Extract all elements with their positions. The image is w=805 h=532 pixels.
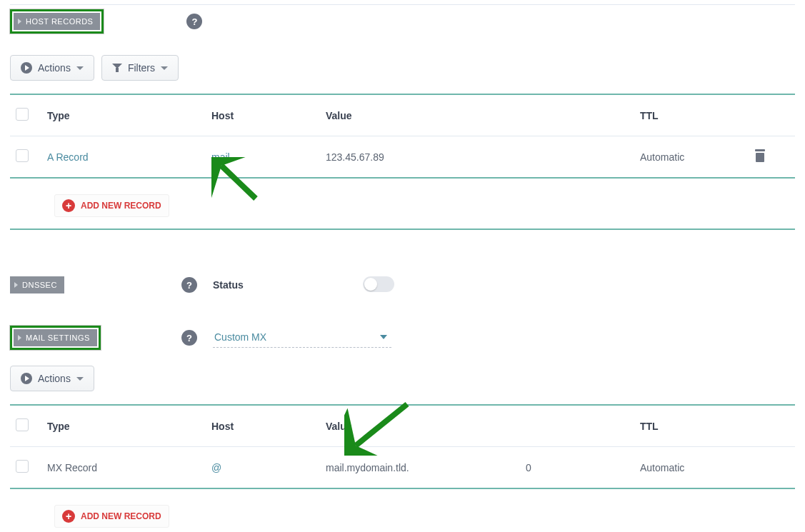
add-new-record-button[interactable]: + ADD NEW RECORD xyxy=(54,194,169,217)
filters-button[interactable]: Filters xyxy=(101,55,179,81)
col-value: Value xyxy=(326,110,640,121)
col-host: Host xyxy=(211,110,326,121)
dnssec-toggle[interactable] xyxy=(363,276,394,292)
mail-settings-title: MAIL SETTINGS xyxy=(26,333,90,342)
record-ttl[interactable]: Automatic xyxy=(640,151,754,163)
record-priority[interactable]: 0 xyxy=(526,462,640,473)
add-new-record-button[interactable]: + ADD NEW RECORD xyxy=(54,505,169,528)
col-value: Value xyxy=(326,421,526,432)
chevron-down-icon xyxy=(380,335,387,339)
dnssec-tag[interactable]: DNSSEC xyxy=(10,276,64,293)
host-records-title: HOST RECORDS xyxy=(26,17,93,26)
record-type[interactable]: A Record xyxy=(47,151,211,163)
filter-icon xyxy=(112,63,122,73)
status-label: Status xyxy=(213,279,363,291)
record-ttl[interactable]: Automatic xyxy=(640,462,754,473)
filters-label: Filters xyxy=(128,62,155,74)
trash-icon[interactable] xyxy=(754,149,766,162)
col-host: Host xyxy=(211,421,326,432)
col-ttl: TTL xyxy=(640,110,754,121)
record-value[interactable]: mail.mydomain.tld. xyxy=(326,462,526,473)
col-type: Type xyxy=(47,110,211,121)
row-checkbox[interactable] xyxy=(16,149,29,162)
play-icon xyxy=(21,62,32,74)
actions-button[interactable]: Actions xyxy=(10,55,94,81)
record-value[interactable]: 123.45.67.89 xyxy=(326,151,640,163)
add-new-record-label: ADD NEW RECORD xyxy=(81,511,161,521)
host-records-highlight: HOST RECORDS xyxy=(10,9,104,34)
chevron-down-icon xyxy=(76,66,84,70)
mail-settings-tag[interactable]: MAIL SETTINGS xyxy=(14,329,97,346)
help-icon[interactable]: ? xyxy=(181,330,197,346)
record-type[interactable]: MX Record xyxy=(47,462,211,473)
host-records-table-header: Type Host Value TTL xyxy=(10,94,795,136)
add-new-record-label: ADD NEW RECORD xyxy=(81,201,161,211)
record-host[interactable]: mail xyxy=(211,151,326,163)
plus-icon: + xyxy=(62,199,75,212)
col-ttl: TTL xyxy=(640,421,754,432)
chevron-down-icon xyxy=(161,66,168,70)
select-all-checkbox[interactable] xyxy=(16,418,29,431)
plus-icon: + xyxy=(62,510,75,523)
help-icon[interactable]: ? xyxy=(181,277,197,293)
caret-right-icon xyxy=(18,335,21,341)
select-all-checkbox[interactable] xyxy=(16,108,29,121)
actions-label: Actions xyxy=(38,373,71,384)
chevron-down-icon xyxy=(76,377,84,381)
table-row: A Record mail 123.45.67.89 Automatic xyxy=(10,136,795,179)
help-icon[interactable]: ? xyxy=(186,14,202,29)
caret-right-icon xyxy=(18,19,21,24)
caret-right-icon xyxy=(14,282,18,288)
record-host[interactable]: @ xyxy=(211,462,326,473)
host-records-tag[interactable]: HOST RECORDS xyxy=(14,13,100,30)
actions-label: Actions xyxy=(38,62,71,74)
play-icon xyxy=(21,373,32,384)
dnssec-title: DNSSEC xyxy=(22,281,57,289)
mail-records-table-header: Type Host Value TTL xyxy=(10,404,795,447)
mail-settings-select[interactable]: Custom MX xyxy=(213,328,391,348)
col-type: Type xyxy=(47,421,211,432)
table-row: MX Record @ mail.mydomain.tld. 0 Automat… xyxy=(10,447,795,489)
mail-settings-selected: Custom MX xyxy=(214,331,266,343)
actions-button[interactable]: Actions xyxy=(10,366,94,391)
mail-settings-highlight: MAIL SETTINGS xyxy=(10,326,101,350)
row-checkbox[interactable] xyxy=(16,460,29,473)
